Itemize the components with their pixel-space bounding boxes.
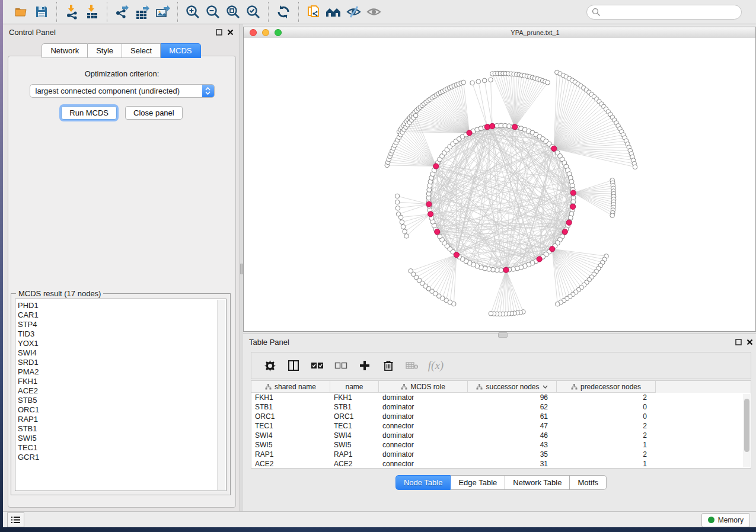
tab-network[interactable]: Network bbox=[42, 43, 88, 58]
table-panel: Table Panel bbox=[243, 334, 756, 511]
memory-button[interactable]: Memory bbox=[701, 513, 750, 527]
network-window-titlebar[interactable]: YPA_prune.txt_1 bbox=[244, 27, 755, 39]
mcds-result-item[interactable]: GCR1 bbox=[18, 453, 226, 462]
function-builder-icon[interactable]: f(x) bbox=[428, 358, 444, 373]
mcds-result-item[interactable]: STB5 bbox=[18, 396, 226, 405]
table-row[interactable]: SWI5 SWI5 connector 43 1 bbox=[251, 440, 751, 450]
tab-style[interactable]: Style bbox=[88, 43, 122, 58]
add-column-icon[interactable] bbox=[357, 358, 372, 373]
mcds-result-item[interactable]: ORC1 bbox=[18, 405, 226, 415]
tab-network-table[interactable]: Network Table bbox=[505, 475, 570, 490]
table-scrollbar[interactable] bbox=[743, 394, 750, 467]
memory-label: Memory bbox=[718, 516, 744, 524]
column-header-successor-nodes[interactable]: successor nodes bbox=[468, 381, 557, 393]
network-canvas[interactable] bbox=[244, 38, 755, 331]
view-group bbox=[298, 2, 389, 22]
mcds-result-title: MCDS result (17 nodes) bbox=[16, 289, 103, 298]
mcds-result-item[interactable]: SWI4 bbox=[18, 348, 226, 358]
network-graph[interactable] bbox=[244, 38, 755, 331]
select-stepper-icon bbox=[202, 85, 214, 97]
column-header-name[interactable]: name bbox=[330, 381, 379, 393]
table-row[interactable]: FKH1 FKH1 dominator 96 2 bbox=[251, 393, 751, 402]
float-table-panel-icon[interactable] bbox=[735, 339, 742, 345]
mcds-result-item[interactable]: PHD1 bbox=[18, 301, 226, 310]
select-all-icon[interactable] bbox=[310, 358, 325, 373]
copy-network-icon[interactable] bbox=[304, 2, 324, 21]
hide-selected-icon[interactable] bbox=[344, 2, 364, 21]
window-minimize-icon[interactable] bbox=[262, 29, 269, 36]
column-header-shared-name[interactable]: shared name bbox=[251, 381, 330, 393]
show-all-icon[interactable] bbox=[364, 2, 384, 21]
control-panel-title: Control Panel bbox=[9, 28, 56, 37]
export-network-icon[interactable] bbox=[112, 2, 132, 21]
close-panel-button[interactable]: Close panel bbox=[125, 106, 183, 120]
list-icon bbox=[11, 516, 20, 524]
close-table-panel-icon[interactable] bbox=[747, 339, 753, 345]
export-table-icon[interactable] bbox=[132, 2, 152, 21]
mcds-result-item[interactable]: YOX1 bbox=[18, 339, 226, 348]
split-grip-icon[interactable] bbox=[498, 332, 508, 338]
run-mcds-button[interactable]: Run MCDS bbox=[61, 106, 117, 120]
mcds-result-item[interactable]: TID3 bbox=[18, 329, 226, 339]
delete-table-icon[interactable] bbox=[404, 358, 420, 373]
mcds-result-group: MCDS result (17 nodes) PHD1CAR1STP4TID3Y… bbox=[11, 293, 231, 495]
task-history-button[interactable] bbox=[7, 512, 24, 527]
open-folder-icon[interactable] bbox=[11, 2, 31, 21]
mcds-result-item[interactable]: SRD1 bbox=[18, 358, 226, 367]
mcds-list-scrollbar[interactable] bbox=[217, 300, 225, 490]
search-input[interactable] bbox=[601, 8, 736, 17]
control-panel-header: Control Panel bbox=[3, 24, 240, 40]
column-header-predecessor-nodes[interactable]: predecessor nodes bbox=[557, 381, 656, 393]
mcds-result-item[interactable]: ACE2 bbox=[18, 386, 226, 396]
table-row[interactable]: SWI4 SWI4 dominator 46 2 bbox=[251, 431, 751, 440]
zoom-out-icon[interactable] bbox=[203, 2, 223, 21]
tab-select[interactable]: Select bbox=[122, 43, 161, 58]
delete-column-icon[interactable] bbox=[381, 358, 396, 373]
table-header-row: shared name name MCDS role successor nod… bbox=[251, 381, 751, 393]
tab-mcds[interactable]: MCDS bbox=[161, 43, 200, 58]
mcds-result-list[interactable]: PHD1CAR1STP4TID3YOX1SWI4SRD1PMA2FKH1ACE2… bbox=[15, 299, 227, 491]
refresh-icon[interactable] bbox=[273, 2, 294, 21]
table-panel-title: Table Panel bbox=[249, 338, 289, 347]
table-row[interactable]: TEC1 TEC1 connector 47 2 bbox=[251, 421, 751, 431]
export-image-icon[interactable] bbox=[152, 2, 173, 21]
import-table-icon[interactable] bbox=[82, 2, 102, 21]
save-icon[interactable] bbox=[31, 2, 52, 21]
zoom-selected-icon[interactable] bbox=[243, 2, 263, 21]
mcds-result-item[interactable]: TEC1 bbox=[18, 443, 226, 453]
mcds-result-item[interactable]: CAR1 bbox=[18, 310, 226, 320]
table-row[interactable]: RAP1 RAP1 dominator 35 2 bbox=[251, 450, 751, 459]
optimization-criterion-select[interactable]: largest connected component (undirected) bbox=[30, 84, 215, 98]
mcds-result-item[interactable]: STB1 bbox=[18, 424, 226, 434]
table-row[interactable]: STB1 STB1 dominator 62 0 bbox=[251, 402, 751, 412]
control-panel: Control Panel Network Style Select MCDS … bbox=[3, 24, 240, 511]
tab-node-table[interactable]: Node Table bbox=[395, 475, 451, 490]
column-header-mcds-role[interactable]: MCDS role bbox=[379, 381, 468, 393]
tab-motifs[interactable]: Motifs bbox=[570, 475, 607, 490]
mcds-tab-content: Optimization criterion: largest connecte… bbox=[8, 56, 236, 508]
mcds-result-item[interactable]: SWI5 bbox=[18, 434, 226, 443]
mcds-result-item[interactable]: RAP1 bbox=[18, 415, 226, 424]
table-row[interactable]: ACE2 ACE2 connector 31 1 bbox=[251, 459, 751, 469]
close-panel-icon[interactable] bbox=[227, 29, 234, 36]
import-network-icon[interactable] bbox=[62, 2, 82, 21]
table-body: FKH1 FKH1 dominator 96 2 STB1 STB1 domin… bbox=[251, 393, 751, 469]
tab-edge-table[interactable]: Edge Table bbox=[451, 475, 505, 490]
gear-icon[interactable] bbox=[262, 358, 277, 373]
mcds-result-item[interactable]: STP4 bbox=[18, 320, 226, 329]
zoom-in-icon[interactable] bbox=[183, 2, 203, 21]
table-scrollbar-thumb[interactable] bbox=[744, 399, 749, 452]
mcds-result-item[interactable]: PMA2 bbox=[18, 367, 226, 377]
table-row[interactable]: ORC1 ORC1 dominator 61 0 bbox=[251, 412, 751, 421]
unselect-all-icon[interactable] bbox=[333, 358, 349, 373]
memory-status-icon bbox=[708, 517, 714, 523]
network-window: YPA_prune.txt_1 bbox=[243, 27, 756, 332]
float-panel-icon[interactable] bbox=[216, 29, 222, 36]
zoom-fit-icon[interactable] bbox=[223, 2, 243, 21]
search-field[interactable] bbox=[586, 5, 742, 20]
first-neighbors-icon[interactable] bbox=[324, 2, 344, 21]
selected-criterion: largest connected component (undirected) bbox=[30, 86, 202, 95]
columns-icon[interactable] bbox=[286, 358, 301, 373]
window-close-icon[interactable] bbox=[250, 29, 257, 36]
mcds-result-item[interactable]: FKH1 bbox=[18, 377, 226, 386]
